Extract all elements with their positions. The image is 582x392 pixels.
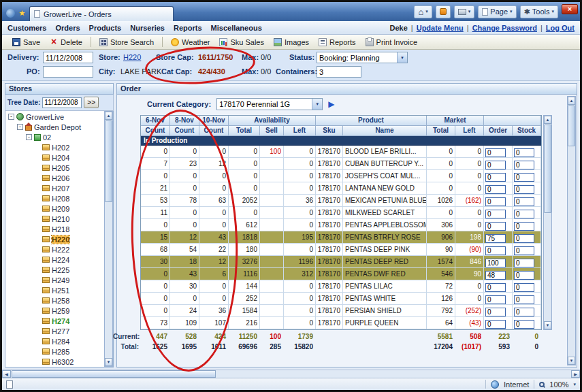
stock-input[interactable]	[514, 148, 534, 157]
tree-expander-icon[interactable]: -	[17, 124, 23, 130]
tree-item-h210[interactable]: H210	[5, 214, 113, 224]
tree-item-garden-depot[interactable]: -Garden Depot	[5, 122, 113, 132]
tree-item-h224[interactable]: H224	[5, 255, 113, 265]
menu-customers[interactable]: Customers	[7, 24, 46, 32]
tree-item-h209[interactable]: H209	[5, 203, 113, 214]
tree-item-h251[interactable]: H251	[5, 285, 113, 295]
order-input[interactable]	[485, 259, 506, 267]
tree-item-h202[interactable]: H202	[5, 142, 113, 152]
order-input[interactable]	[485, 148, 506, 157]
tree-item-h222[interactable]: H222	[5, 244, 113, 255]
menu-nurseries[interactable]: Nurseries	[130, 24, 165, 32]
order-input[interactable]	[485, 210, 506, 218]
menu-reports[interactable]: Reports	[174, 24, 202, 32]
tree-item-growerlive[interactable]: -GrowerLive	[5, 112, 113, 122]
stock-input[interactable]	[514, 222, 534, 231]
order-input[interactable]	[485, 197, 506, 206]
scroll-thumb[interactable]	[568, 105, 575, 146]
page-menu[interactable]: Page▾	[478, 5, 516, 18]
scroll-up-arrow[interactable]: ▲	[105, 112, 112, 120]
tree-item-h6302[interactable]: H6302	[5, 357, 113, 367]
scroll-up-arrow[interactable]: ▲	[568, 97, 575, 105]
stock-input[interactable]	[514, 197, 534, 206]
tree-expander-icon[interactable]: -	[26, 134, 32, 140]
tree-item-h206[interactable]: H206	[5, 173, 113, 183]
tree-item-h249[interactable]: H249	[5, 275, 113, 285]
home-button[interactable]: ⌂▾	[414, 5, 432, 18]
tree-item-h220[interactable]: H220	[5, 234, 113, 244]
stock-input[interactable]	[514, 173, 534, 182]
tree-scrollbar[interactable]: ▲ ▼	[104, 111, 113, 367]
tree-item-h258[interactable]: H258	[5, 295, 113, 306]
images-button[interactable]: Images	[269, 37, 314, 48]
stock-input[interactable]	[514, 161, 534, 169]
tree-item-h259[interactable]: H259	[5, 306, 113, 316]
go-arrow-icon[interactable]: ▶	[328, 99, 334, 109]
order-input[interactable]	[485, 161, 506, 169]
tree-expand-button[interactable]: >>	[84, 97, 99, 108]
order-input[interactable]	[485, 185, 506, 194]
browser-tab[interactable]: GrowerLive - Orders	[29, 6, 174, 21]
scroll-right-arrow[interactable]: ▶	[571, 370, 580, 378]
tree-item-h225[interactable]: H225	[5, 265, 113, 275]
tree-item-h274[interactable]: H274	[5, 316, 113, 326]
horizontal-scrollbar[interactable]: ◀ ▶	[2, 370, 580, 378]
menu-orders[interactable]: Orders	[55, 24, 80, 32]
containers-input[interactable]	[317, 66, 361, 78]
tree-date-input[interactable]	[42, 97, 82, 108]
stock-input[interactable]	[514, 246, 534, 255]
stock-input[interactable]	[514, 259, 534, 267]
order-input[interactable]	[485, 271, 506, 280]
tree-item-h208[interactable]: H208	[5, 193, 113, 203]
save-button[interactable]: Save	[7, 37, 45, 48]
scroll-up-arrow[interactable]: ▲	[544, 116, 551, 124]
delivery-input[interactable]	[43, 52, 93, 63]
order-input[interactable]	[485, 234, 506, 243]
po-input[interactable]	[43, 66, 93, 78]
scroll-left-arrow[interactable]: ◀	[2, 370, 11, 378]
tree-expander-icon[interactable]: -	[8, 114, 14, 120]
menu-miscellaneous[interactable]: Miscellaneous	[211, 24, 262, 32]
tools-menu[interactable]: ✱Tools▾	[520, 5, 558, 18]
zoom-level[interactable]: 100%	[549, 380, 568, 389]
stock-input[interactable]	[514, 308, 534, 316]
tree-item-h284[interactable]: H284	[5, 336, 113, 346]
stock-input[interactable]	[514, 271, 534, 280]
tree-item-h6306[interactable]: H6306	[5, 367, 113, 368]
reports-button[interactable]: Reports	[314, 37, 361, 48]
link-update-menu[interactable]: Update Menu	[417, 24, 464, 32]
status-select[interactable]: Booking: Planning ▼	[317, 52, 408, 63]
tree-item-h205[interactable]: H205	[5, 163, 113, 173]
scroll-thumb[interactable]	[12, 370, 216, 378]
category-select[interactable]: 178170 Perennial 1G ▼	[216, 98, 323, 110]
order-input[interactable]	[485, 295, 506, 304]
weather-button[interactable]: Weather	[166, 37, 214, 48]
table-scrollbar[interactable]: ▲ ▼	[543, 115, 552, 330]
stock-input[interactable]	[514, 295, 534, 304]
close-button[interactable]: ×	[562, 4, 578, 14]
order-input[interactable]	[485, 246, 506, 255]
stock-input[interactable]	[514, 185, 534, 194]
feeds-button[interactable]	[436, 5, 451, 18]
menu-products[interactable]: Products	[89, 24, 122, 32]
order-input[interactable]	[485, 283, 506, 292]
stock-input[interactable]	[514, 320, 534, 329]
tree-item-h285[interactable]: H285	[5, 346, 113, 357]
tree-item-h207[interactable]: H207	[5, 183, 113, 193]
tree-item-02[interactable]: -02	[5, 132, 113, 142]
store-search-button[interactable]: Store Search	[95, 37, 159, 48]
link-log-out[interactable]: Log Out	[546, 24, 575, 32]
order-input[interactable]	[485, 308, 506, 316]
tree-item-h277[interactable]: H277	[5, 326, 113, 336]
print-button[interactable]: ▾	[454, 5, 475, 18]
stock-input[interactable]	[514, 283, 534, 292]
favorites-star-icon[interactable]: ★	[18, 9, 27, 18]
scroll-thumb[interactable]	[544, 125, 551, 213]
link-change-password[interactable]: Change Password	[472, 24, 537, 32]
panel-scrollbar[interactable]: ▲ ▼	[567, 96, 576, 365]
scroll-down-arrow[interactable]: ▼	[105, 358, 112, 366]
scroll-down-arrow[interactable]: ▼	[568, 357, 575, 365]
scroll-down-arrow[interactable]: ▼	[544, 321, 551, 329]
order-input[interactable]	[485, 320, 506, 329]
order-input[interactable]	[485, 222, 506, 231]
